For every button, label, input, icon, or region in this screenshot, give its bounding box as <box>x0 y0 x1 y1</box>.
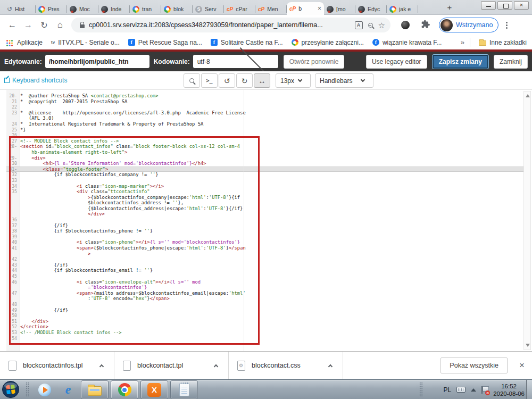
code-row[interactable]: 28-<section id="block_contact_infos" cla… <box>20 144 532 149</box>
browser-menu-icon[interactable] <box>506 22 508 29</box>
browser-tab[interactable]: jak e <box>387 3 418 15</box>
code-row[interactable]: 43 {/if} <box>20 262 532 268</box>
browser-tab[interactable]: Edyc <box>355 3 387 15</box>
tab-close-icon[interactable]: × <box>318 6 321 11</box>
code-row[interactable]: 54 <box>20 336 532 342</box>
zoom-icon[interactable] <box>368 23 373 28</box>
code-row[interactable]: 40 <i class="icon-phone"></i>{l s='' mod… <box>20 239 532 245</box>
browser-tab[interactable]: [mo <box>324 3 355 15</box>
code-row[interactable]: 41 <span>{$blockcontactinfos_phone|escap… <box>20 245 532 251</box>
bookmark-item[interactable]: fwiązanie krawata F... <box>372 39 442 46</box>
home-icon[interactable]: ⌂ <box>52 20 68 30</box>
translate-icon[interactable]: A <box>355 21 363 29</box>
close-button[interactable]: × <box>514 1 529 10</box>
code-row[interactable]: (AFL 3.0) <box>20 115 532 121</box>
bookmark-item[interactable]: Aplikacje <box>5 39 43 46</box>
forward-icon[interactable]: → <box>20 20 36 30</box>
bookmark-item[interactable]: tvIITVX.PL - Seriale o... <box>51 39 120 46</box>
taskbar-file-explorer[interactable] <box>81 380 109 399</box>
address-bar[interactable]: cp0001.srv.servizza.it:2083/cpsess348279… <box>71 18 390 32</box>
code-row[interactable]: >{$blockcontactinfos_company|escape:'htm… <box>20 195 532 201</box>
download-menu-chevron[interactable] <box>98 359 105 372</box>
extension-icon[interactable] <box>401 21 410 29</box>
code-row[interactable]: > <box>20 251 532 257</box>
code-row[interactable]: </div> <box>20 211 532 217</box>
browser-tab[interactable]: Inde <box>98 3 130 15</box>
code-row[interactable]: 21* @copyright 2007-2015 PrestaShop SA <box>20 99 532 105</box>
code-row[interactable]: ='blockcontactinfos'} <box>20 285 532 290</box>
start-button[interactable] <box>2 380 20 398</box>
browser-tab[interactable]: Moc <box>67 3 98 15</box>
code-row[interactable]: 25*} <box>20 127 532 133</box>
reopen-button[interactable]: Otwórz ponownie <box>284 55 345 69</box>
code-row[interactable]: 42 <box>20 256 532 262</box>
download-item[interactable]: blockcontact.tpl <box>114 352 229 379</box>
save-changes-button[interactable]: Zapisz zmiany <box>433 55 488 69</box>
code-row[interactable]: 30 <h4>{l s='Store Information' mod='blo… <box>20 161 532 167</box>
code-row[interactable]: 24* International Registered Trademark &… <box>20 121 532 127</box>
code-row[interactable]: 22 <box>20 104 532 110</box>
undo-button[interactable]: ↺ <box>219 73 235 88</box>
code-row[interactable]: 37 {/if} <box>20 223 532 229</box>
code-row[interactable]: :'UTF-8' encode="hex"}</span> <box>20 296 532 302</box>
profile-button[interactable]: Wstrzymano <box>439 18 498 32</box>
browser-tab[interactable]: cPMen <box>255 3 287 15</box>
code-row[interactable]: 38 {if $blockcontactinfos_phone != ''} <box>20 228 532 234</box>
code-row[interactable]: 45 <box>20 273 532 279</box>
keyboard-icon[interactable] <box>456 387 466 393</box>
terminal-button[interactable]: >_ <box>201 73 218 88</box>
code-content[interactable]: 20-* @author PrestaShop SA <contact@pres… <box>20 90 532 341</box>
code-row[interactable]: 49 {/if} <box>20 307 532 313</box>
code-row[interactable]: hb-animate-element right-to-left"> <box>20 149 532 155</box>
browser-tab[interactable]: tran <box>130 3 161 15</box>
minimize-button[interactable] <box>481 1 496 10</box>
close-downloads-icon[interactable]: × <box>519 360 525 371</box>
code-row[interactable]: 50 <box>20 313 532 319</box>
browser-tab[interactable]: ↺Hist <box>4 3 36 15</box>
legacy-editor-button[interactable]: Use legacy editor <box>366 55 427 69</box>
bookmark-item[interactable]: przesyłanie załączni... <box>292 39 364 46</box>
bookmarks-overflow-icon[interactable]: » <box>461 38 464 46</box>
code-row[interactable]: 47 <span>{mailto address=$blockcontactin… <box>20 290 532 296</box>
browser-tab[interactable]: cPb× <box>287 2 324 15</box>
scroll-down-icon[interactable] <box>526 344 530 347</box>
taskbar-internet-explorer[interactable]: e <box>57 380 79 399</box>
path-input[interactable] <box>45 55 149 68</box>
code-row[interactable]: 20-* @author PrestaShop SA <contact@pres… <box>20 93 532 99</box>
show-all-downloads-button[interactable]: Pokaż wszystkie <box>440 358 508 373</box>
code-editor[interactable]: 20-* @author PrestaShop SA <contact@pres… <box>0 90 532 351</box>
code-row[interactable]: 35 <div class="ttcontactinfo" <box>20 189 532 195</box>
code-row[interactable]: $blockcontactinfos_address != ''}, <box>20 200 532 206</box>
download-item[interactable]: blockcontact.css <box>229 352 343 379</box>
code-row[interactable]: 23* @license http://opensource.org/licen… <box>20 110 532 116</box>
bookmark-item[interactable]: fSolitaire Castle na F... <box>211 39 283 46</box>
bookmark-item[interactable]: fPet Rescue Saga na... <box>128 39 202 46</box>
scroll-up-icon[interactable] <box>526 94 530 97</box>
code-row[interactable]: {$blockcontactinfos_address|escape:'html… <box>20 206 532 212</box>
encoding-select[interactable]: utf-8 <box>193 55 278 68</box>
download-menu-chevron[interactable] <box>212 359 220 372</box>
taskbar-chrome[interactable] <box>111 380 138 399</box>
code-row[interactable]: 36 <box>20 217 532 223</box>
code-row[interactable]: 44 {if $blockcontactinfos_email != ''} <box>20 268 532 273</box>
new-tab-button[interactable]: + <box>444 3 455 12</box>
search-button[interactable] <box>184 73 200 88</box>
code-row[interactable]: 33 <box>20 178 532 184</box>
browser-tab[interactable]: Pres <box>36 3 67 15</box>
restore-button[interactable] <box>497 1 512 10</box>
clock[interactable]: 16:52 2020-08-06 <box>493 383 525 397</box>
code-row[interactable]: 39 <box>20 234 532 240</box>
other-bookmarks-button[interactable]: Inne zakładki <box>476 39 527 46</box>
editor-scrollbar[interactable] <box>523 91 531 350</box>
code-row[interactable]: 53<!-- /MODULE Block contact infos --> <box>20 330 532 336</box>
code-row[interactable]: 26 <box>20 132 532 138</box>
url-text[interactable]: cp0001.srv.servizza.it:2083/cpsess348279… <box>89 21 350 29</box>
action-center-flag-icon[interactable] <box>481 386 488 394</box>
code-row[interactable]: 52</section> <box>20 324 532 330</box>
reload-icon[interactable]: ↻ <box>36 20 52 30</box>
browser-tab[interactable]: blok <box>161 3 193 15</box>
code-row[interactable]: 34 <i class="icon-map-marker"></i> <box>20 184 532 189</box>
font-size-select[interactable]: 13px <box>276 73 311 88</box>
word-wrap-toggle[interactable]: ↔ <box>254 73 270 88</box>
extensions-puzzle-icon[interactable] <box>421 20 430 31</box>
